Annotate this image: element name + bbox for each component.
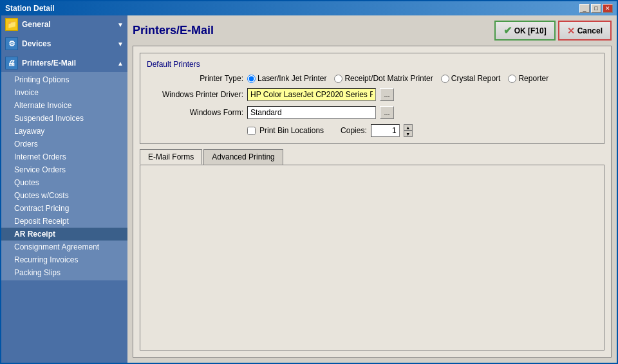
radio-receipt-input[interactable] [334,75,342,83]
sidebar-item-invoice[interactable]: Invoice [1,86,127,99]
radio-receipt-label: Receipt/Dot Matrix Printer [344,74,433,83]
printer-type-radio-group: Laser/Ink Jet Printer Receipt/Dot Matrix… [247,74,548,83]
cancel-button[interactable]: ✕ Cancel [558,21,612,41]
default-printers-section: Default Printers Printer Type: Laser/Ink… [140,53,604,144]
ok-button-label: OK [F10] [514,26,547,35]
sidebar-group-header-general[interactable]: 📁 General ▼ [1,15,127,33]
radio-reporter[interactable]: Reporter [508,74,548,83]
window-title: Station Detail [5,4,55,13]
windows-form-browse-button[interactable]: ... [380,106,394,119]
radio-laser-input[interactable] [247,75,256,83]
windows-form-row: Windows Form: ... [147,106,597,119]
sidebar-item-internet-orders[interactable]: Internet Orders [1,150,127,163]
maximize-button[interactable]: □ [591,4,601,13]
copies-spinner[interactable]: ▲ ▼ [404,124,413,137]
printers-icon: 🖨 [5,57,18,69]
sidebar-group-header-printers[interactable]: 🖨 Printers/E-Mail ▲ [1,54,127,72]
sidebar-item-contract-pricing[interactable]: Contract Pricing [1,202,127,215]
printer-driver-row: Windows Printer Driver: ... [147,88,597,101]
copies-label: Copies: [341,126,367,135]
printer-driver-input[interactable] [247,88,376,101]
print-bin-locations-checkbox[interactable] [247,127,256,135]
sidebar-item-suspended-invoices[interactable]: Suspended Invoices [1,112,127,125]
sidebar-item-ar-receipt[interactable]: AR Receipt [1,228,127,241]
radio-crystal-label: Crystal Report [451,74,501,83]
sidebar-item-deposit-receipt[interactable]: Deposit Receipt [1,215,127,228]
sidebar-group-general-label: General [22,20,51,29]
bin-locations-row: Print Bin Locations Copies: ▲ ▼ [247,124,597,137]
sidebar-item-service-orders[interactable]: Service Orders [1,163,127,176]
printer-driver-label: Windows Printer Driver: [147,90,243,99]
sidebar-group-printers: 🖨 Printers/E-Mail ▲ Printing Options Inv… [1,54,127,280]
sidebar-item-alternate-invoice[interactable]: Alternate Invoice [1,99,127,112]
tab-content [140,165,604,350]
sidebar-item-layaway[interactable]: Layaway [1,125,127,138]
radio-crystal-input[interactable] [441,75,449,83]
devices-expand-icon: ▼ [117,41,124,48]
main-content: 📁 General ▼ ⚙ Devices ▼ 🖨 Printers/E-Mai… [1,15,617,363]
tab-advanced-printing[interactable]: Advanced Printing [203,149,283,165]
devices-icon: ⚙ [5,37,18,50]
tabs-area: E-Mail Forms Advanced Printing [140,149,604,350]
printer-type-row: Printer Type: Laser/Ink Jet Printer Rece… [147,74,597,83]
page-header: Printers/E-Mail ✔ OK [F10] ✕ Cancel [133,21,612,41]
default-printers-title: Default Printers [147,60,597,69]
check-icon: ✔ [503,24,512,37]
windows-form-input[interactable] [247,106,376,119]
sidebar-item-consignment-agreement[interactable]: Consignment Agreement [1,241,127,253]
sidebar-item-printing-options[interactable]: Printing Options [1,73,127,86]
radio-laser[interactable]: Laser/Ink Jet Printer [247,74,326,83]
title-bar-buttons: _ □ ✕ [579,4,613,13]
windows-form-label: Windows Form: [147,108,243,117]
printer-type-label: Printer Type: [147,74,243,83]
general-expand-icon: ▼ [117,21,124,28]
sidebar-group-devices: ⚙ Devices ▼ [1,35,127,53]
radio-reporter-label: Reporter [518,74,548,83]
printer-driver-browse-button[interactable]: ... [380,88,394,101]
close-button[interactable]: ✕ [603,4,613,13]
general-folder-icon: 📁 [5,18,18,31]
copies-spin-down[interactable]: ▼ [404,131,413,137]
content-area: Default Printers Printer Type: Laser/Ink… [133,46,612,358]
sidebar-group-header-devices[interactable]: ⚙ Devices ▼ [1,35,127,53]
tab-bar: E-Mail Forms Advanced Printing [140,149,604,165]
title-bar: Station Detail _ □ ✕ [1,1,617,15]
tab-email-forms[interactable]: E-Mail Forms [140,149,202,165]
cancel-x-icon: ✕ [567,26,575,36]
sidebar-item-packing-slips[interactable]: Packing Slips [1,266,127,279]
sidebar-item-quotes-wcosts[interactable]: Quotes w/Costs [1,189,127,202]
sidebar-item-orders[interactable]: Orders [1,138,127,150]
header-buttons: ✔ OK [F10] ✕ Cancel [494,21,612,41]
sidebar-group-general: 📁 General ▼ [1,15,127,33]
minimize-button[interactable]: _ [579,4,590,13]
station-detail-window: Station Detail _ □ ✕ 📁 General ▼ ⚙ Devic… [0,0,618,364]
radio-crystal[interactable]: Crystal Report [441,74,501,83]
sidebar-item-recurring-invoices[interactable]: Recurring Invoices [1,253,127,266]
radio-reporter-input[interactable] [508,75,516,83]
copies-input[interactable] [371,124,400,137]
radio-receipt[interactable]: Receipt/Dot Matrix Printer [334,74,433,83]
cancel-button-label: Cancel [577,26,603,35]
right-panel: Printers/E-Mail ✔ OK [F10] ✕ Cancel Def [127,15,617,363]
sidebar: 📁 General ▼ ⚙ Devices ▼ 🖨 Printers/E-Mai… [1,15,127,363]
sidebar-item-quotes[interactable]: Quotes [1,176,127,189]
printers-expand-icon: ▲ [117,60,124,67]
sidebar-items-printers: Printing Options Invoice Alternate Invoi… [1,72,127,280]
radio-laser-label: Laser/Ink Jet Printer [258,74,326,83]
page-title: Printers/E-Mail [133,24,214,37]
print-bin-locations-label: Print Bin Locations [259,126,324,135]
sidebar-group-devices-label: Devices [22,39,51,48]
ok-button[interactable]: ✔ OK [F10] [494,21,556,41]
sidebar-group-printers-label: Printers/E-Mail [22,59,76,68]
copies-spin-up[interactable]: ▲ [404,124,413,131]
